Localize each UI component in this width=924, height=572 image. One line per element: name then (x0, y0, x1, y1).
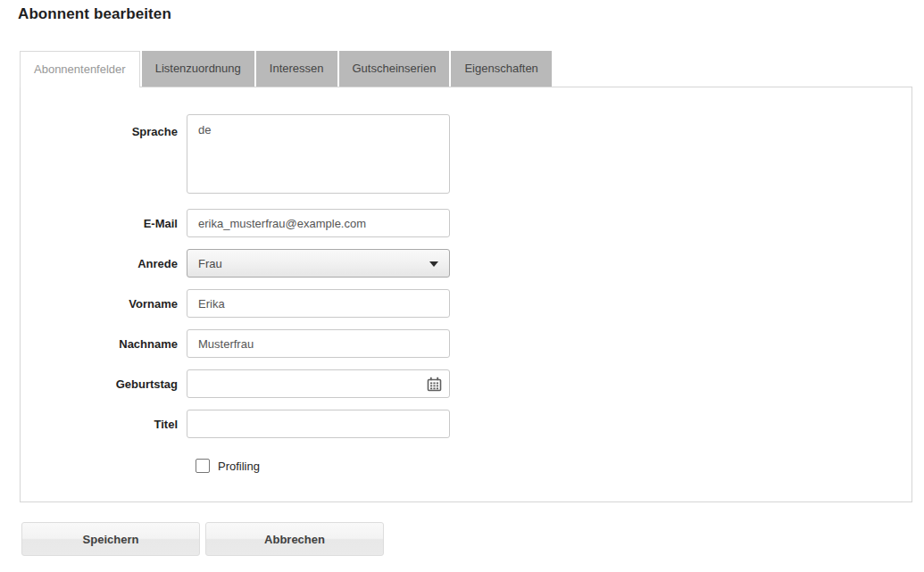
sprache-label: Sprache (21, 114, 187, 138)
form-row-nachname: Nachname (21, 329, 912, 358)
sprache-textarea[interactable]: de (187, 114, 450, 194)
form-row-email: E-Mail (21, 209, 912, 237)
action-bar: Speichern Abbrechen (21, 522, 384, 556)
geburtstag-field[interactable] (187, 369, 450, 398)
email-label: E-Mail (21, 217, 187, 230)
form-row-titel: Titel (21, 410, 912, 438)
tab-eigenschaften[interactable]: Eigenschaften (451, 51, 551, 87)
titel-field[interactable] (187, 410, 450, 438)
vorname-field[interactable] (187, 289, 450, 318)
tab-abonnentenfelder[interactable]: Abonnentenfelder (20, 51, 140, 87)
tab-interessen[interactable]: Interessen (256, 51, 337, 87)
anrede-selected-value: Frau (198, 257, 222, 270)
form-row-anrede: Anrede Frau (21, 249, 912, 278)
form-row-sprache: Sprache de (21, 114, 912, 197)
form-row-vorname: Vorname (21, 289, 912, 318)
geburtstag-label: Geburtstag (21, 377, 187, 391)
profiling-label: Profiling (218, 460, 260, 473)
tab-listenzuordnung[interactable]: Listenzuordnung (142, 51, 254, 87)
form-row-geburtstag: Geburtstag (21, 369, 912, 398)
email-field[interactable] (187, 209, 450, 237)
profiling-checkbox[interactable] (196, 459, 210, 473)
anrede-label: Anrede (21, 257, 187, 270)
calendar-icon[interactable] (427, 377, 442, 392)
nachname-label: Nachname (21, 337, 187, 351)
tab-panel-abonnentenfelder: Sprache de E-Mail Anrede Frau Vorname Na… (20, 87, 912, 502)
form-row-profiling: Profiling (196, 459, 912, 473)
tab-bar: Abonnentenfelder Listenzuordnung Interes… (20, 51, 554, 87)
save-button[interactable]: Speichern (21, 522, 200, 556)
tab-gutscheinserien[interactable]: Gutscheinserien (339, 51, 450, 87)
anrede-select[interactable]: Frau (187, 249, 450, 278)
chevron-down-icon (429, 261, 438, 267)
titel-label: Titel (21, 418, 187, 431)
nachname-field[interactable] (187, 329, 450, 358)
vorname-label: Vorname (21, 297, 187, 311)
page-title: Abonnent bearbeiten (18, 5, 171, 23)
cancel-button[interactable]: Abbrechen (205, 522, 384, 556)
